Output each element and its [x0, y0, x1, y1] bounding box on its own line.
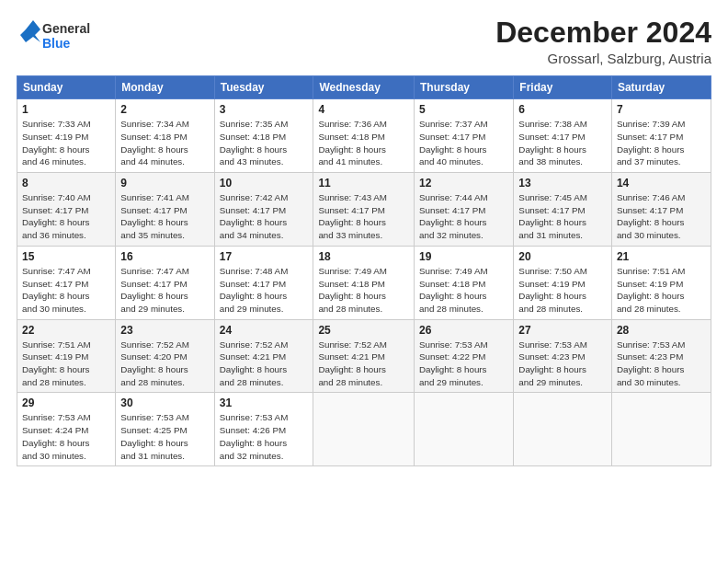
day-number: 6	[518, 103, 607, 116]
col-thursday: Thursday	[415, 76, 514, 99]
day-info: Sunrise: 7:53 AM Sunset: 4:22 PM Dayligh…	[419, 339, 508, 389]
col-wednesday: Wednesday	[313, 76, 415, 99]
calendar-cell: 26Sunrise: 7:53 AM Sunset: 4:22 PM Dayli…	[415, 319, 514, 393]
calendar-cell: 22Sunrise: 7:51 AM Sunset: 4:19 PM Dayli…	[17, 319, 116, 393]
header: GeneralBlue December 2024 Grossarl, Salz…	[17, 17, 711, 66]
day-number: 27	[518, 324, 607, 337]
day-info: Sunrise: 7:53 AM Sunset: 4:23 PM Dayligh…	[617, 339, 706, 389]
day-info: Sunrise: 7:34 AM Sunset: 4:18 PM Dayligh…	[120, 118, 209, 168]
day-info: Sunrise: 7:52 AM Sunset: 4:20 PM Dayligh…	[120, 339, 209, 389]
day-number: 5	[419, 103, 508, 116]
col-tuesday: Tuesday	[214, 76, 313, 99]
calendar: Sunday Monday Tuesday Wednesday Thursday…	[17, 75, 711, 466]
calendar-cell: 9Sunrise: 7:41 AM Sunset: 4:17 PM Daylig…	[116, 173, 214, 247]
calendar-cell: 12Sunrise: 7:44 AM Sunset: 4:17 PM Dayli…	[415, 173, 514, 247]
day-number: 19	[419, 250, 508, 263]
day-info: Sunrise: 7:52 AM Sunset: 4:21 PM Dayligh…	[220, 339, 309, 389]
day-number: 9	[120, 177, 209, 190]
day-info: Sunrise: 7:41 AM Sunset: 4:17 PM Dayligh…	[120, 191, 209, 242]
calendar-cell: 10Sunrise: 7:42 AM Sunset: 4:17 PM Dayli…	[214, 173, 313, 247]
day-info: Sunrise: 7:45 AM Sunset: 4:17 PM Dayligh…	[518, 191, 607, 242]
logo: GeneralBlue	[17, 17, 90, 53]
calendar-cell: 30Sunrise: 7:53 AM Sunset: 4:25 PM Dayli…	[116, 393, 214, 466]
day-number: 18	[318, 250, 409, 263]
day-number: 1	[22, 103, 110, 116]
day-info: Sunrise: 7:47 AM Sunset: 4:17 PM Dayligh…	[22, 265, 110, 316]
day-number: 13	[518, 177, 607, 190]
day-info: Sunrise: 7:52 AM Sunset: 4:21 PM Dayligh…	[318, 339, 409, 389]
calendar-cell: 6Sunrise: 7:38 AM Sunset: 4:17 PM Daylig…	[514, 99, 612, 173]
day-number: 25	[318, 324, 409, 337]
day-info: Sunrise: 7:43 AM Sunset: 4:17 PM Dayligh…	[318, 191, 409, 242]
day-number: 20	[518, 250, 607, 263]
day-info: Sunrise: 7:53 AM Sunset: 4:23 PM Dayligh…	[518, 339, 607, 389]
calendar-cell	[313, 393, 415, 466]
calendar-cell: 11Sunrise: 7:43 AM Sunset: 4:17 PM Dayli…	[313, 173, 415, 247]
day-info: Sunrise: 7:44 AM Sunset: 4:17 PM Dayligh…	[419, 191, 508, 242]
calendar-cell: 27Sunrise: 7:53 AM Sunset: 4:23 PM Dayli…	[514, 319, 612, 393]
day-number: 2	[120, 103, 209, 116]
svg-text:General: General	[42, 21, 90, 36]
day-info: Sunrise: 7:53 AM Sunset: 4:26 PM Dayligh…	[220, 411, 309, 462]
calendar-cell: 14Sunrise: 7:46 AM Sunset: 4:17 PM Dayli…	[611, 173, 711, 247]
day-info: Sunrise: 7:46 AM Sunset: 4:17 PM Dayligh…	[617, 191, 706, 242]
day-info: Sunrise: 7:37 AM Sunset: 4:17 PM Dayligh…	[419, 118, 508, 168]
day-info: Sunrise: 7:48 AM Sunset: 4:17 PM Dayligh…	[220, 265, 309, 316]
calendar-cell	[415, 393, 514, 466]
day-number: 26	[419, 324, 508, 337]
calendar-cell: 15Sunrise: 7:47 AM Sunset: 4:17 PM Dayli…	[17, 246, 116, 319]
calendar-cell: 21Sunrise: 7:51 AM Sunset: 4:19 PM Dayli…	[611, 246, 711, 319]
calendar-cell: 7Sunrise: 7:39 AM Sunset: 4:17 PM Daylig…	[611, 99, 711, 173]
calendar-cell: 29Sunrise: 7:53 AM Sunset: 4:24 PM Dayli…	[17, 393, 116, 466]
calendar-cell: 19Sunrise: 7:49 AM Sunset: 4:18 PM Dayli…	[415, 246, 514, 319]
day-number: 28	[617, 324, 706, 337]
week-row-5: 29Sunrise: 7:53 AM Sunset: 4:24 PM Dayli…	[17, 393, 711, 466]
day-number: 31	[220, 396, 309, 409]
calendar-cell	[611, 393, 711, 466]
col-monday: Monday	[116, 76, 214, 99]
calendar-cell: 25Sunrise: 7:52 AM Sunset: 4:21 PM Dayli…	[313, 319, 415, 393]
svg-text:Blue: Blue	[42, 36, 71, 51]
day-number: 10	[220, 177, 309, 190]
day-number: 11	[318, 177, 409, 190]
calendar-cell	[514, 393, 612, 466]
calendar-cell: 2Sunrise: 7:34 AM Sunset: 4:18 PM Daylig…	[116, 99, 214, 173]
day-number: 21	[617, 250, 706, 263]
day-number: 22	[22, 324, 110, 337]
day-info: Sunrise: 7:47 AM Sunset: 4:17 PM Dayligh…	[120, 265, 209, 316]
calendar-cell: 17Sunrise: 7:48 AM Sunset: 4:17 PM Dayli…	[214, 246, 313, 319]
week-row-4: 22Sunrise: 7:51 AM Sunset: 4:19 PM Dayli…	[17, 319, 711, 393]
day-number: 15	[22, 250, 110, 263]
calendar-header-row: Sunday Monday Tuesday Wednesday Thursday…	[17, 76, 711, 99]
day-info: Sunrise: 7:36 AM Sunset: 4:18 PM Dayligh…	[318, 118, 409, 168]
svg-marker-0	[20, 20, 40, 42]
day-number: 23	[120, 324, 209, 337]
day-number: 3	[220, 103, 309, 116]
calendar-cell: 4Sunrise: 7:36 AM Sunset: 4:18 PM Daylig…	[313, 99, 415, 173]
calendar-cell: 3Sunrise: 7:35 AM Sunset: 4:18 PM Daylig…	[214, 99, 313, 173]
location: Grossarl, Salzburg, Austria	[495, 51, 711, 66]
day-info: Sunrise: 7:50 AM Sunset: 4:19 PM Dayligh…	[518, 265, 607, 316]
day-number: 4	[318, 103, 409, 116]
day-number: 8	[22, 177, 110, 190]
day-number: 29	[22, 396, 110, 409]
day-info: Sunrise: 7:35 AM Sunset: 4:18 PM Dayligh…	[220, 118, 309, 168]
day-info: Sunrise: 7:42 AM Sunset: 4:17 PM Dayligh…	[220, 191, 309, 242]
calendar-cell: 13Sunrise: 7:45 AM Sunset: 4:17 PM Dayli…	[514, 173, 612, 247]
calendar-cell: 24Sunrise: 7:52 AM Sunset: 4:21 PM Dayli…	[214, 319, 313, 393]
day-number: 17	[220, 250, 309, 263]
calendar-cell: 20Sunrise: 7:50 AM Sunset: 4:19 PM Dayli…	[514, 246, 612, 319]
calendar-cell: 18Sunrise: 7:49 AM Sunset: 4:18 PM Dayli…	[313, 246, 415, 319]
day-number: 14	[617, 177, 706, 190]
calendar-cell: 31Sunrise: 7:53 AM Sunset: 4:26 PM Dayli…	[214, 393, 313, 466]
day-number: 16	[120, 250, 209, 263]
day-number: 24	[220, 324, 309, 337]
day-info: Sunrise: 7:51 AM Sunset: 4:19 PM Dayligh…	[22, 339, 110, 389]
week-row-3: 15Sunrise: 7:47 AM Sunset: 4:17 PM Dayli…	[17, 246, 711, 319]
day-number: 12	[419, 177, 508, 190]
day-info: Sunrise: 7:51 AM Sunset: 4:19 PM Dayligh…	[617, 265, 706, 316]
title-block: December 2024 Grossarl, Salzburg, Austri…	[495, 17, 711, 66]
col-sunday: Sunday	[17, 76, 116, 99]
day-info: Sunrise: 7:53 AM Sunset: 4:24 PM Dayligh…	[22, 411, 110, 462]
col-saturday: Saturday	[611, 76, 711, 99]
